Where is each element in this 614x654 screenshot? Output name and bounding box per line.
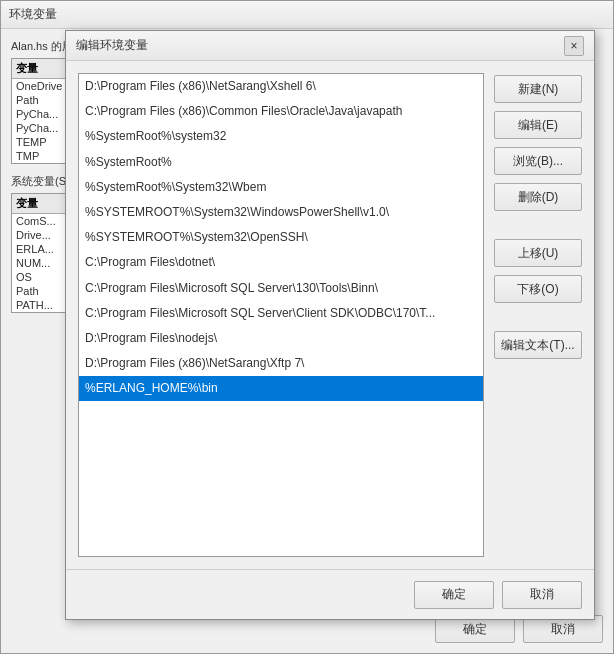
delete-button[interactable]: 删除(D) xyxy=(494,183,582,211)
path-item-0[interactable]: D:\Program Files (x86)\NetSarang\Xshell … xyxy=(79,74,483,99)
path-item-9[interactable]: C:\Program Files\Microsoft SQL Server\Cl… xyxy=(79,301,483,326)
modal-footer: 确定 取消 xyxy=(66,569,594,619)
path-item-10[interactable]: D:\Program Files\nodejs\ xyxy=(79,326,483,351)
browse-button[interactable]: 浏览(B)... xyxy=(494,147,582,175)
modal-cancel-button[interactable]: 取消 xyxy=(502,581,582,609)
path-item-7[interactable]: C:\Program Files\dotnet\ xyxy=(79,250,483,275)
path-item-12[interactable]: %ERLANG_HOME%\bin xyxy=(79,376,483,401)
new-button[interactable]: 新建(N) xyxy=(494,75,582,103)
bg-titlebar: 环境变量 xyxy=(1,1,613,29)
path-list[interactable]: D:\Program Files (x86)\NetSarang\Xshell … xyxy=(78,73,484,557)
btn-spacer-1 xyxy=(494,219,582,231)
edit-env-modal: 编辑环境变量 × D:\Program Files (x86)\NetSaran… xyxy=(65,30,595,620)
modal-close-button[interactable]: × xyxy=(564,36,584,56)
path-item-8[interactable]: C:\Program Files\Microsoft SQL Server\13… xyxy=(79,276,483,301)
path-item-1[interactable]: C:\Program Files (x86)\Common Files\Orac… xyxy=(79,99,483,124)
path-item-6[interactable]: %SYSTEMROOT%\System32\OpenSSH\ xyxy=(79,225,483,250)
bg-window-title: 环境变量 xyxy=(9,6,57,23)
edit-button[interactable]: 编辑(E) xyxy=(494,111,582,139)
move-down-button[interactable]: 下移(O) xyxy=(494,275,582,303)
modal-action-buttons: 新建(N) 编辑(E) 浏览(B)... 删除(D) 上移(U) 下移(O) 编… xyxy=(494,73,582,557)
path-item-2[interactable]: %SystemRoot%\system32 xyxy=(79,124,483,149)
path-item-3[interactable]: %SystemRoot% xyxy=(79,150,483,175)
modal-titlebar: 编辑环境变量 × xyxy=(66,31,594,61)
modal-title: 编辑环境变量 xyxy=(76,37,148,54)
modal-body: D:\Program Files (x86)\NetSarang\Xshell … xyxy=(66,61,594,569)
modal-ok-button[interactable]: 确定 xyxy=(414,581,494,609)
move-up-button[interactable]: 上移(U) xyxy=(494,239,582,267)
path-item-4[interactable]: %SystemRoot%\System32\Wbem xyxy=(79,175,483,200)
path-item-11[interactable]: D:\Program Files (x86)\NetSarang\Xftp 7\ xyxy=(79,351,483,376)
path-item-5[interactable]: %SYSTEMROOT%\System32\WindowsPowerShell\… xyxy=(79,200,483,225)
edit-text-button[interactable]: 编辑文本(T)... xyxy=(494,331,582,359)
btn-spacer-2 xyxy=(494,311,582,323)
